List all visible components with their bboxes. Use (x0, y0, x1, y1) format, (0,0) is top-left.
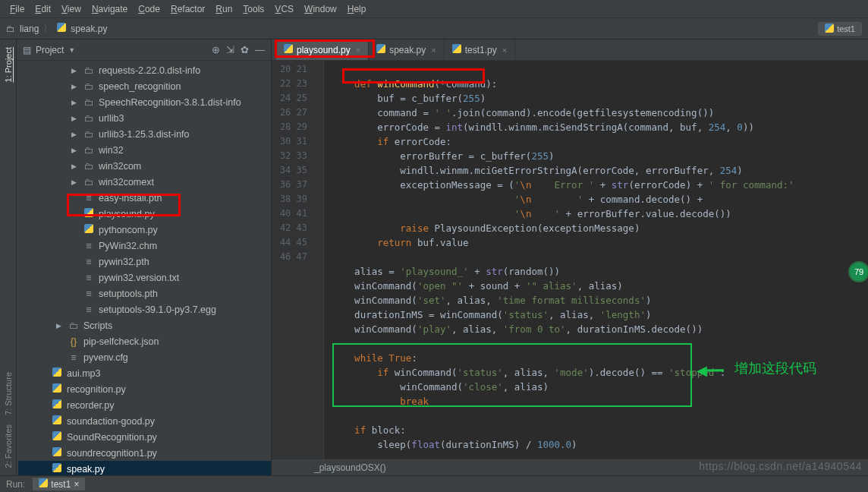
fold-strip[interactable] (313, 61, 324, 459)
expand-arrow-icon[interactable]: ▶ (71, 131, 79, 138)
tree-item[interactable]: ≡easy-install.pth (18, 190, 271, 206)
locate-icon[interactable]: ⊕ (212, 44, 220, 55)
tree-item[interactable]: ▶🗀speech_recognition (18, 78, 271, 94)
menu-edit[interactable]: Edit (30, 4, 56, 14)
python-file-icon (284, 44, 293, 55)
python-file-icon (52, 431, 62, 443)
close-icon[interactable]: × (502, 46, 507, 55)
tree-item[interactable]: ▶🗀win32com (18, 158, 271, 174)
python-icon (825, 24, 834, 34)
tool-window-favorites[interactable]: 2: Favorites (4, 420, 13, 472)
tree-item[interactable]: SoundRecognition.py (18, 429, 271, 445)
tree-item[interactable]: playsound.py (18, 206, 271, 222)
tree-item[interactable]: ▶🗀urllib3 (18, 110, 271, 126)
project-icon: ▤ (23, 45, 31, 55)
tree-item[interactable]: ≡pywin32.version.txt (18, 270, 271, 285)
menu-refactor[interactable]: Refactor (165, 4, 210, 14)
expand-arrow-icon[interactable]: ▶ (71, 99, 79, 106)
tree-item[interactable]: ▶🗀win32comext (18, 174, 271, 190)
tree-item[interactable]: aui.mp3 (18, 365, 271, 381)
menu-help[interactable]: Help (342, 4, 372, 14)
collapse-icon[interactable]: ⇲ (226, 44, 234, 55)
tree-item[interactable]: {}pip-selfcheck.json (18, 333, 271, 349)
menu-tools[interactable]: Tools (237, 4, 269, 14)
tree-item-label: speak.py (67, 464, 105, 475)
tree-item-label: SoundRecognition.py (67, 432, 157, 443)
tree-item-label: recorder.py (67, 400, 115, 411)
menu-view[interactable]: View (56, 4, 86, 14)
code-editor[interactable]: def winCommand(*command): buf = c_buffer… (324, 61, 868, 459)
tree-item[interactable]: ≡PyWin32.chm (18, 238, 271, 254)
breadcrumb-file[interactable]: speak.py (71, 24, 107, 34)
tree-item-label: PyWin32.chm (99, 241, 157, 251)
close-icon[interactable]: × (356, 46, 360, 55)
annotation-label: 增加这段代码 (734, 359, 816, 377)
expand-arrow-icon[interactable]: ▶ (71, 178, 79, 186)
menu-file[interactable]: File (5, 4, 30, 14)
python-file-icon (52, 447, 62, 459)
folder-icon: 🗀 (83, 177, 94, 188)
tree-item[interactable]: recorder.py (18, 397, 271, 413)
tree-item-label: pyvenv.cfg (83, 352, 128, 363)
tree-item-label: requests-2.22.0.dist-info (99, 65, 200, 76)
settings-icon[interactable]: ✿ (241, 44, 249, 55)
python-file-icon (52, 367, 62, 379)
tree-item-label: win32comext (99, 177, 154, 188)
tree-item[interactable]: ▶🗀SpeechRecognition-3.8.1.dist-info (18, 94, 271, 110)
expand-arrow-icon[interactable]: ▶ (71, 83, 79, 90)
menu-window[interactable]: Window (299, 4, 342, 14)
expand-arrow-icon[interactable]: ▶ (71, 115, 79, 122)
tree-item[interactable]: soundaction-good.py (18, 413, 271, 429)
tree-item[interactable]: ▶🗀win32 (18, 142, 271, 158)
file-icon: ≡ (83, 241, 94, 251)
file-icon: ≡ (83, 289, 94, 299)
code-quality-badge[interactable]: 79 (848, 261, 868, 282)
tree-item[interactable]: ≡setuptools.pth (18, 285, 271, 301)
menu-run[interactable]: Run (210, 4, 237, 14)
tree-item-label: pip-selfcheck.json (83, 336, 159, 347)
expand-arrow-icon[interactable]: ▶ (71, 147, 79, 154)
tree-item[interactable]: pythoncom.py (18, 222, 271, 238)
expand-arrow-icon[interactable]: ▶ (71, 67, 79, 74)
tree-item-label: win32 (99, 145, 124, 156)
run-configuration-selector[interactable]: test1 (818, 22, 862, 36)
menu-code[interactable]: Code (133, 4, 165, 14)
breadcrumb-root[interactable]: liang (20, 24, 39, 34)
folder-icon: 🗀 (83, 65, 94, 76)
tree-item[interactable]: ▶🗀requests-2.22.0.dist-info (18, 62, 271, 78)
folder-icon: 🗀 (83, 81, 94, 92)
line-number-gutter[interactable]: 20 21 22 23 24 25 26 27 28 29 30 31 32 3… (272, 61, 313, 459)
tree-item[interactable]: ▶🗀urllib3-1.25.3.dist-info (18, 126, 271, 142)
hide-icon[interactable]: — (255, 44, 265, 55)
dropdown-arrow-icon[interactable]: ▼ (68, 46, 75, 54)
tree-item[interactable]: ▶🗀Scripts (18, 317, 271, 333)
tree-item[interactable]: ≡pyvenv.cfg (18, 349, 271, 365)
tree-item[interactable]: ≡setuptools-39.1.0-py3.7.egg (18, 301, 271, 317)
close-icon[interactable]: × (74, 479, 79, 490)
editor-tab[interactable]: test1.py× (445, 39, 515, 60)
menu-navigate[interactable]: Navigate (86, 4, 133, 14)
expand-arrow-icon[interactable]: ▶ (56, 322, 64, 330)
panel-title[interactable]: Project (36, 45, 64, 55)
tree-item-label: Scripts (83, 320, 112, 331)
tool-window-structure[interactable]: 7: Structure (4, 367, 13, 420)
tool-window-project[interactable]: 1: Project (4, 43, 13, 87)
tree-item[interactable]: soundrecognition1.py (18, 445, 271, 461)
menu-vcs[interactable]: VCS (269, 4, 299, 14)
close-icon[interactable]: × (431, 46, 436, 55)
run-tool-bar: Run: test1 × (0, 475, 868, 492)
tree-item-label: aui.mp3 (67, 368, 100, 379)
tree-item[interactable]: recognition.py (18, 381, 271, 397)
tree-item-label: speech_recognition (99, 81, 181, 92)
file-icon: ≡ (83, 273, 94, 283)
file-icon: ≡ (68, 352, 79, 363)
editor-tab[interactable]: speak.py× (369, 39, 444, 60)
tree-item[interactable]: ≡pywin32.pth (18, 254, 271, 270)
expand-arrow-icon[interactable]: ▶ (71, 162, 79, 170)
run-tab[interactable]: test1 × (33, 478, 85, 490)
editor-tab[interactable]: playsound.py× (276, 39, 369, 60)
project-tree[interactable]: ▶🗀requests-2.22.0.dist-info▶🗀speech_reco… (17, 61, 271, 475)
tree-item[interactable]: speak.py (18, 461, 271, 475)
tree-item-label: SpeechRecognition-3.8.1.dist-info (99, 97, 241, 108)
folder-icon: 🗀 (83, 129, 94, 140)
